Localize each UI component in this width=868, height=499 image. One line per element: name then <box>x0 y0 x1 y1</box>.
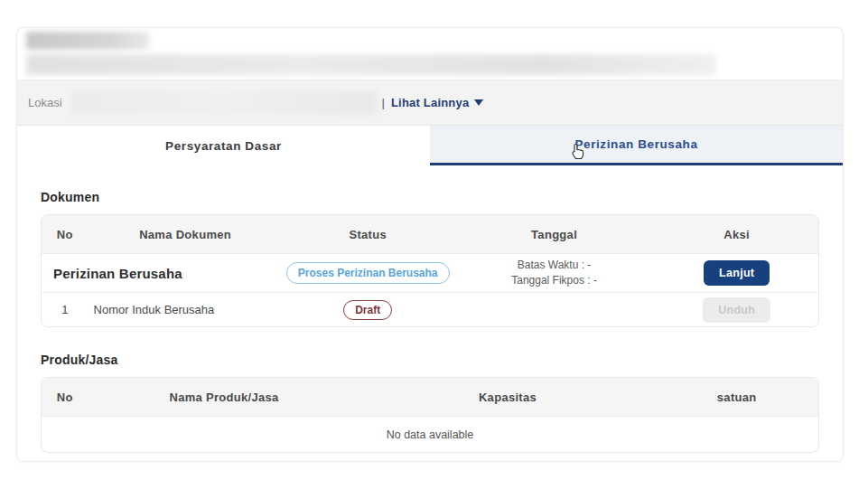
redacted-business-name <box>26 32 149 50</box>
redacted-business-details <box>26 54 716 75</box>
status-badge: Proses Perizinan Berusaha <box>286 262 450 284</box>
table-row: 1 Nomor Induk Berusaha Draft Unduh <box>42 292 818 326</box>
dokumen-col-aksi: Aksi <box>655 228 818 241</box>
dokumen-heading: Dokumen <box>41 190 819 204</box>
lokasi-divider: | <box>382 96 385 109</box>
page-header <box>17 28 843 80</box>
dokumen-col-no: No <box>42 228 89 241</box>
draft-badge: Draft <box>343 300 392 320</box>
tab-persyaratan-dasar[interactable]: Persyaratan Dasar <box>17 126 430 165</box>
dokumen-item-aksi-cell: Unduh <box>655 297 818 323</box>
dokumen-table: No Nama Dokumen Status Tanggal Aksi Peri… <box>41 214 819 327</box>
dokumen-group-name: Perizinan Berusaha <box>42 266 283 281</box>
table-row: Perizinan Berusaha Proses Perizinan Beru… <box>42 253 818 292</box>
tab-persyaratan-dasar-label: Persyaratan Dasar <box>165 139 282 153</box>
main-panel: Lokasi | Lihat Lainnya Persyaratan Dasar… <box>16 27 844 462</box>
dokumen-col-tanggal: Tanggal <box>453 228 656 241</box>
dokumen-group-status-cell: Proses Perizinan Berusaha <box>283 262 453 284</box>
produk-jasa-heading: Produk/Jasa <box>41 353 819 367</box>
tab-bar: Persyaratan Dasar Perizinan Berusaha <box>17 126 843 165</box>
dokumen-col-nama: Nama Dokumen <box>89 228 283 241</box>
produk-col-satuan: satuan <box>655 391 818 404</box>
tab-perizinan-berusaha-label: Perizinan Berusaha <box>574 137 697 151</box>
empty-state-row: No data available <box>42 416 818 452</box>
tanggal-fikpos-text: Tanggal Fikpos : - <box>453 273 656 288</box>
lanjut-button[interactable]: Lanjut <box>704 260 770 286</box>
produk-col-no: No <box>42 391 89 404</box>
dokumen-item-status-cell: Draft <box>283 300 453 320</box>
lokasi-label: Lokasi <box>28 96 62 109</box>
lihat-lainnya-label: Lihat Lainnya <box>391 96 469 109</box>
dokumen-item-name: Nomor Induk Berusaha <box>89 303 283 316</box>
chevron-down-icon <box>474 99 483 106</box>
dokumen-col-status: Status <box>283 228 453 241</box>
no-data-text: No data available <box>387 428 474 441</box>
produk-col-nama: Nama Produk/Jasa <box>89 391 360 404</box>
dokumen-group-tanggal-cell: Batas Waktu : - Tanggal Fikpos : - <box>453 258 656 289</box>
dokumen-group-aksi-cell: Lanjut <box>655 260 818 286</box>
dokumen-table-header: No Nama Dokumen Status Tanggal Aksi <box>42 215 818 253</box>
produk-table-header: No Nama Produk/Jasa Kapasitas satuan <box>42 378 818 416</box>
produk-jasa-table: No Nama Produk/Jasa Kapasitas satuan No … <box>41 377 819 453</box>
row-number: 1 <box>42 303 89 316</box>
unduh-button[interactable]: Unduh <box>703 297 770 323</box>
tab-perizinan-berusaha[interactable]: Perizinan Berusaha <box>430 126 843 165</box>
lokasi-bar: Lokasi | Lihat Lainnya <box>17 80 843 126</box>
batas-waktu-text: Batas Waktu : - <box>453 258 656 273</box>
produk-col-kapasitas: Kapasitas <box>360 391 656 404</box>
redacted-lokasi-value <box>71 91 377 115</box>
lihat-lainnya-link[interactable]: Lihat Lainnya <box>391 96 483 109</box>
